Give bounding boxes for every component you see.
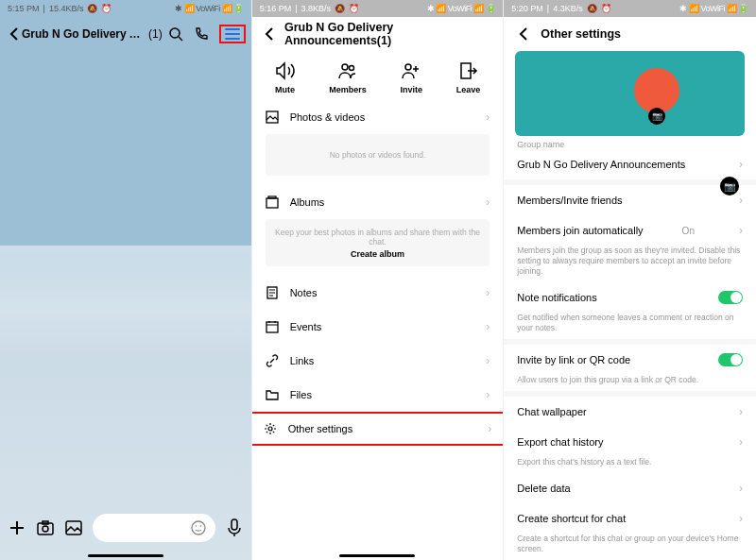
row-label: Photos & videos xyxy=(290,111,366,123)
wallpaper-row[interactable]: Chat wallpaper› xyxy=(504,397,756,427)
phone-menu-screen: 5:16 PM|3.8KB/s🔕⏰ ✱ 📶 VoWiFi 📶 🔋 Grub N … xyxy=(252,0,505,560)
mute-button[interactable]: Mute xyxy=(275,60,296,94)
row-label: Files xyxy=(290,389,312,400)
status-right-icons: ✱ 📶 VoWiFi 📶 🔋 xyxy=(679,4,748,13)
status-bar: 5:16 PM|3.8KB/s🔕⏰ ✱ 📶 VoWiFi 📶 🔋 xyxy=(252,0,504,17)
members-button[interactable]: Members xyxy=(329,60,367,94)
message-input[interactable] xyxy=(93,514,215,542)
members-row[interactable]: Members/Invite friends› xyxy=(504,185,756,215)
notes-row[interactable]: Notes› xyxy=(266,276,490,310)
shortcut-row[interactable]: Create shortcut for chat› xyxy=(504,503,756,534)
chevron-right-icon: › xyxy=(486,195,490,209)
row-label: Members/Invite friends xyxy=(517,195,622,206)
row-label: Other settings xyxy=(288,423,352,434)
status-time: 5:15 PM xyxy=(8,4,40,13)
menu-button-highlighted[interactable] xyxy=(219,25,246,43)
row-label: Delete data xyxy=(517,483,570,494)
status-net: 3.8KB/s xyxy=(301,4,332,13)
phone-other-settings-screen: 5:20 PM|4.3KB/s🔕⏰ ✱ 📶 VoWiFi 📶 🔋 Other s… xyxy=(504,0,756,560)
chevron-right-icon: › xyxy=(486,286,490,299)
page-title: Other settings xyxy=(541,27,621,41)
calendar-icon xyxy=(266,320,281,333)
chevron-right-icon: › xyxy=(739,158,743,171)
toggle-on[interactable] xyxy=(718,353,743,366)
camera-icon[interactable]: 📷 xyxy=(720,177,739,195)
invite-button[interactable]: Invite xyxy=(401,60,423,94)
create-album-link[interactable]: Create album xyxy=(351,249,404,259)
search-icon[interactable] xyxy=(168,26,184,42)
svg-line-1 xyxy=(179,37,182,41)
status-right-icons: ✱ 📶 VoWiFi 📶 🔋 xyxy=(175,4,244,13)
links-row[interactable]: Links› xyxy=(266,344,490,378)
status-bar: 5:15 PM | 15.4KB/s 🔕 ⏰ ✱ 📶 VoWiFi 📶 🔋 xyxy=(0,0,251,17)
row-subtitle: Export this chat's history as a text fil… xyxy=(504,457,756,473)
svg-rect-14 xyxy=(266,111,278,123)
group-cover[interactable]: 📷 xyxy=(515,51,745,136)
plus-icon[interactable] xyxy=(8,518,26,537)
albums-row[interactable]: Albums› xyxy=(266,185,490,219)
menu-title: Grub N Go Delivery Announcements(1) xyxy=(284,21,493,47)
events-row[interactable]: Events› xyxy=(266,310,490,344)
chat-input-bar xyxy=(0,509,251,547)
invite-icon xyxy=(401,60,421,81)
albums-icon xyxy=(266,195,281,209)
files-row[interactable]: Files› xyxy=(266,378,490,412)
photos-row[interactable]: Photos & videos› xyxy=(266,100,490,134)
action-label: Invite xyxy=(401,85,423,94)
other-settings-row-highlighted[interactable]: Other settings› xyxy=(252,412,505,446)
status-right-icons: ✱ 📶 VoWiFi 📶 🔋 xyxy=(427,4,496,13)
alarm-icon: ⏰ xyxy=(349,4,359,13)
status-time: 5:16 PM xyxy=(260,4,292,13)
notes-icon xyxy=(266,286,281,299)
nav-handle[interactable] xyxy=(88,554,163,557)
row-label: Albums xyxy=(290,196,325,208)
chevron-right-icon: › xyxy=(486,388,490,401)
svg-rect-15 xyxy=(266,198,278,208)
chat-member-count: (1) xyxy=(148,27,163,41)
svg-rect-9 xyxy=(232,519,237,530)
chevron-right-icon: › xyxy=(486,354,490,367)
chevron-right-icon: › xyxy=(739,482,743,495)
row-subtitle: Members join the group as soon as they'r… xyxy=(504,246,756,282)
camera-icon[interactable]: 📷 xyxy=(648,108,665,125)
group-name-value: Grub N Go Delivery Announcements xyxy=(517,159,685,170)
chat-title[interactable]: Grub N Go Delivery Announce... xyxy=(22,27,146,41)
invite-link-row[interactable]: Invite by link or QR code xyxy=(504,345,756,375)
alarm-icon: ⏰ xyxy=(101,4,112,13)
chevron-right-icon: › xyxy=(739,224,743,237)
row-label: Invite by link or QR code xyxy=(517,354,630,365)
speaker-icon xyxy=(275,60,296,81)
row-label: Chat wallpaper xyxy=(517,406,586,417)
phone-chat-screen: 5:15 PM | 15.4KB/s 🔕 ⏰ ✱ 📶 VoWiFi 📶 🔋 Gr… xyxy=(0,0,252,560)
delete-row[interactable]: Delete data› xyxy=(504,473,756,503)
chevron-right-icon: › xyxy=(739,435,743,449)
status-dnd-icon: 🔕 xyxy=(87,4,97,13)
back-icon[interactable] xyxy=(6,26,22,42)
chevron-right-icon: › xyxy=(739,405,743,418)
toggle-on[interactable] xyxy=(718,291,743,304)
camera-icon[interactable] xyxy=(36,518,55,537)
row-label: Events xyxy=(290,321,322,332)
status-dnd-icon: 🔕 xyxy=(587,4,597,13)
mic-icon[interactable] xyxy=(225,518,244,537)
gallery-icon[interactable] xyxy=(64,518,83,537)
hamburger-icon xyxy=(225,28,240,40)
row-subtitle: Create a shortcut for this chat or group… xyxy=(504,534,756,560)
autojoin-row[interactable]: Members join automaticallyOn› xyxy=(504,215,756,246)
emoji-icon[interactable] xyxy=(191,520,206,535)
status-time: 5:20 PM xyxy=(511,4,543,13)
export-row[interactable]: Export chat history› xyxy=(504,427,756,457)
back-icon[interactable] xyxy=(515,26,531,42)
albums-empty[interactable]: Keep your best photos in albums and shar… xyxy=(266,219,490,266)
row-value: On xyxy=(682,226,695,236)
row-label: Export chat history xyxy=(517,436,603,448)
back-icon[interactable] xyxy=(262,25,277,42)
leave-button[interactable]: Leave xyxy=(456,60,481,94)
call-icon[interactable] xyxy=(194,26,210,42)
row-subtitle: Allow users to join this group via a lin… xyxy=(504,375,756,391)
nav-handle[interactable] xyxy=(339,554,415,557)
row-subtitle: Get notified when someone leaves a comme… xyxy=(504,313,756,339)
group-name-row[interactable]: Grub N Go Delivery Announcements› xyxy=(504,149,756,179)
leave-icon xyxy=(458,60,479,81)
note-notifications-row[interactable]: Note notifications xyxy=(504,282,756,313)
